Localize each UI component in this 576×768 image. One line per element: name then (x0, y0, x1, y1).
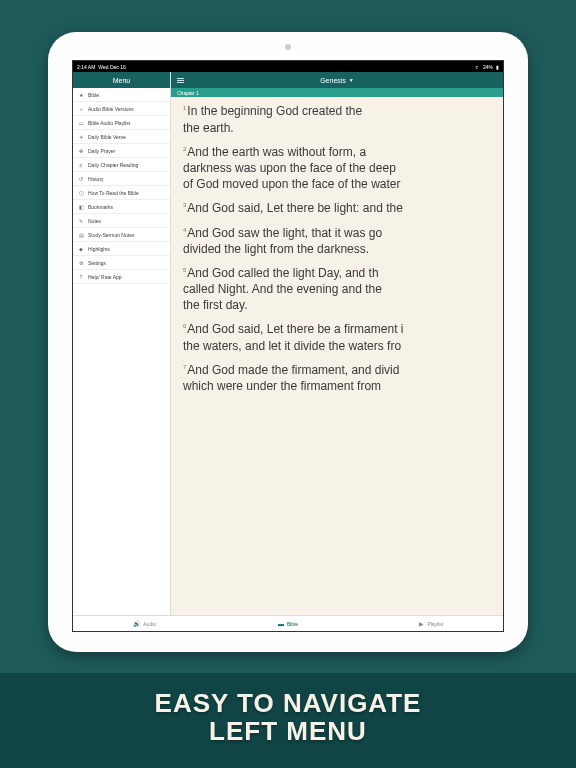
verse-line: 5And God called the light Day, and th (183, 265, 503, 281)
info-icon: ⓘ (78, 190, 84, 196)
verse-4[interactable]: 4And God saw the light, that it was godi… (179, 225, 503, 257)
verse-6[interactable]: 6And God said, Let there be a firmament … (179, 321, 503, 353)
tablet-camera (285, 44, 291, 50)
verse-line: 3And God said, Let there be light: and t… (183, 200, 503, 216)
book-selector[interactable]: Genesis ▼ (184, 77, 490, 84)
sidebar-item-label: Bookmarks (88, 204, 113, 210)
bookmark-icon: ◧ (78, 204, 84, 210)
status-time: 2:14 AM (77, 64, 95, 70)
chapter-label: Chapter 1 (177, 90, 199, 96)
sidebar-item-8[interactable]: ◧Bookmarks (73, 200, 170, 214)
bottom-tabs: 🔊 Audio ▬ Bible ▶ Playlist (73, 615, 503, 631)
sidebar-item-label: Settings (88, 260, 106, 266)
tab-audio[interactable]: 🔊 Audio (73, 616, 216, 631)
sidebar-item-label: Bible (88, 92, 99, 98)
verse-7[interactable]: 7And God made the firmament, and dividwh… (179, 362, 503, 394)
sidebar-item-9[interactable]: ✎Notes (73, 214, 170, 228)
menu-list: ★Bible♫Audio Bible Versions▭Bible Audio … (73, 88, 170, 284)
notes-icon: ▤ (78, 232, 84, 238)
sidebar-item-11[interactable]: ◆Highlights (73, 242, 170, 256)
verse-line: 2And the earth was without form, a (183, 144, 503, 160)
verse-number: 6 (183, 323, 186, 329)
verse-line: the earth. (183, 120, 503, 136)
gear-icon: ⚙ (78, 260, 84, 266)
verse-number: 2 (183, 146, 186, 152)
history-icon: ↺ (78, 176, 84, 182)
app-screen: 2:14 AM Wed Dec 16 ᯤ 24% ▮ Menu ★Bible♫A… (72, 60, 504, 632)
verse-number: 5 (183, 267, 186, 273)
tablet-frame: 2:14 AM Wed Dec 16 ᯤ 24% ▮ Menu ★Bible♫A… (48, 32, 528, 652)
main-pane: Genesis ▼ Chapter 1 1In the beginning Go… (171, 72, 503, 615)
highlight-icon: ◆ (78, 246, 84, 252)
sidebar-item-13[interactable]: ?Help/ Rate App (73, 270, 170, 284)
list-icon: ≡ (78, 162, 84, 168)
caption-line-2: LEFT MENU (0, 717, 576, 746)
sidebar-item-4[interactable]: ✥Daily Prayer (73, 144, 170, 158)
sidebar-item-label: Daily Chapter Reading (88, 162, 138, 168)
verse-number: 1 (183, 105, 186, 111)
sidebar-item-5[interactable]: ≡Daily Chapter Reading (73, 158, 170, 172)
music-icon: ♫ (78, 106, 84, 112)
play-icon: ▶ (419, 620, 424, 627)
verse-line: the waters, and let it divide the waters… (183, 338, 503, 354)
star-icon: ★ (78, 92, 84, 98)
tab-playlist-label: Playlist (427, 621, 443, 627)
chevron-down-icon: ▼ (349, 77, 354, 83)
status-left: 2:14 AM Wed Dec 16 (77, 64, 126, 70)
hamburger-icon[interactable] (177, 78, 184, 83)
verse-line: divided the light from the darkness. (183, 241, 503, 257)
sidebar-item-label: Notes (88, 218, 101, 224)
verse-5[interactable]: 5And God called the light Day, and thcal… (179, 265, 503, 314)
verse-3[interactable]: 3And God said, Let there be light: and t… (179, 200, 503, 216)
sidebar-item-label: Audio Bible Versions (88, 106, 134, 112)
verse-line: which were under the firmament from (183, 378, 503, 394)
verse-line: 6And God said, Let there be a firmament … (183, 321, 503, 337)
verse-line: 4And God saw the light, that it was go (183, 225, 503, 241)
tab-playlist[interactable]: ▶ Playlist (360, 616, 503, 631)
playlist-icon: ▭ (78, 120, 84, 126)
pray-icon: ✥ (78, 148, 84, 154)
chapter-bar[interactable]: Chapter 1 (171, 88, 503, 97)
book-icon: ▬ (278, 621, 284, 627)
sidebar-item-2[interactable]: ▭Bible Audio Playlist (73, 116, 170, 130)
sidebar-item-12[interactable]: ⚙Settings (73, 256, 170, 270)
verse-line: of God moved upon the face of the water (183, 176, 503, 192)
verse-line: darkness was upon the face of the deep (183, 160, 503, 176)
sidebar-item-7[interactable]: ⓘHow To Read the Bible (73, 186, 170, 200)
speaker-icon: 🔊 (133, 620, 140, 627)
verse-list[interactable]: 1In the beginning God created thethe ear… (171, 97, 503, 615)
caption-strip: EASY TO NAVIGATE LEFT MENU (0, 673, 576, 768)
status-bar: 2:14 AM Wed Dec 16 ᯤ 24% ▮ (73, 61, 503, 72)
battery-icon: ▮ (496, 64, 499, 70)
sidebar-item-label: Highlights (88, 246, 110, 252)
verse-number: 4 (183, 227, 186, 233)
verse-line: the first day. (183, 297, 503, 313)
verse-1[interactable]: 1In the beginning God created thethe ear… (179, 103, 503, 135)
tab-bible[interactable]: ▬ Bible (216, 616, 359, 631)
verse-2[interactable]: 2And the earth was without form, adarkne… (179, 144, 503, 193)
promo-wrap: 2:14 AM Wed Dec 16 ᯤ 24% ▮ Menu ★Bible♫A… (0, 0, 576, 673)
sidebar-item-label: Study-Sermon Notes (88, 232, 134, 238)
sidebar-item-label: Daily Prayer (88, 148, 115, 154)
sidebar-item-label: Help/ Rate App (88, 274, 122, 280)
main-header: Genesis ▼ (171, 72, 503, 88)
sidebar-item-label: History (88, 176, 104, 182)
battery-label: 24% (483, 64, 493, 70)
sidebar-item-6[interactable]: ↺History (73, 172, 170, 186)
app-body: Menu ★Bible♫Audio Bible Versions▭Bible A… (73, 72, 503, 615)
status-right: ᯤ 24% ▮ (475, 64, 499, 70)
verse-number: 7 (183, 364, 186, 370)
sidebar-item-3[interactable]: ☀Daily Bible Verse (73, 130, 170, 144)
sidebar-title: Menu (113, 77, 131, 84)
pencil-icon: ✎ (78, 218, 84, 224)
book-title-label: Genesis (320, 77, 346, 84)
tab-bible-label: Bible (287, 621, 298, 627)
sidebar-item-0[interactable]: ★Bible (73, 88, 170, 102)
sidebar-item-10[interactable]: ▤Study-Sermon Notes (73, 228, 170, 242)
sidebar: Menu ★Bible♫Audio Bible Versions▭Bible A… (73, 72, 171, 615)
sidebar-item-label: How To Read the Bible (88, 190, 139, 196)
sidebar-item-1[interactable]: ♫Audio Bible Versions (73, 102, 170, 116)
sidebar-header: Menu (73, 72, 170, 88)
sidebar-item-label: Bible Audio Playlist (88, 120, 130, 126)
status-date: Wed Dec 16 (98, 64, 125, 70)
